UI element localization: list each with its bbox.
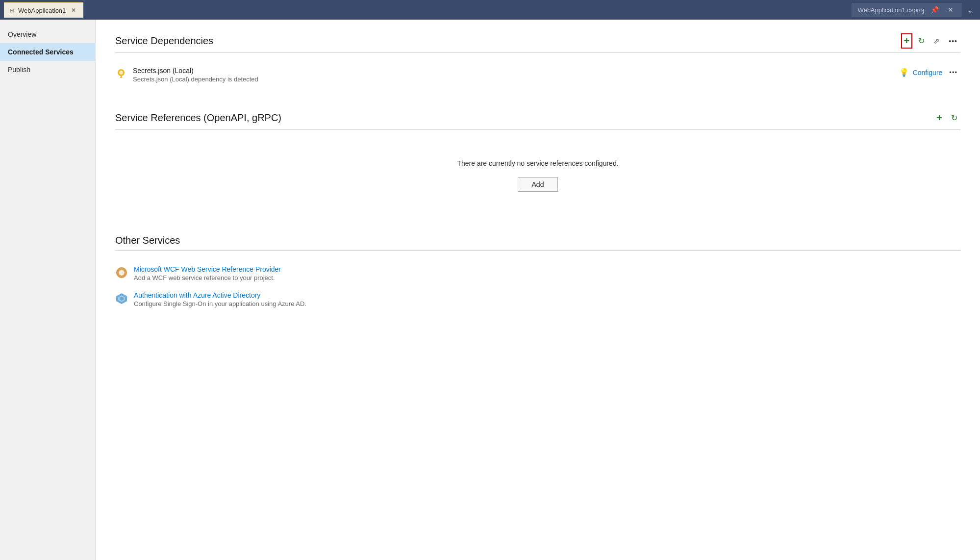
add-dependency-button[interactable]: +: [901, 33, 913, 49]
project-close-icon[interactable]: ✕: [945, 5, 956, 15]
other-services-title: Other Services: [115, 235, 180, 246]
service-dependencies-section: Service Dependencies + ↻ ⇗ •••: [115, 33, 960, 87]
add-dependency-icon: +: [904, 35, 910, 47]
sidebar-connected-label: Connected Services: [8, 48, 74, 56]
wcf-name[interactable]: Microsoft WCF Web Service Reference Prov…: [134, 265, 281, 273]
refresh-dependencies-button[interactable]: ↻: [915, 34, 928, 48]
aad-description: Configure Single Sign-On in your applica…: [134, 300, 306, 307]
wcf-icon: [115, 266, 128, 279]
add-reference-icon: +: [936, 112, 942, 124]
service-dependencies-header: Service Dependencies + ↻ ⇗ •••: [115, 33, 960, 53]
sidebar-item-publish[interactable]: Publish: [0, 61, 95, 78]
more-dependencies-icon: •••: [949, 37, 957, 45]
refresh-dependencies-icon: ↻: [918, 36, 925, 46]
tab-close-button[interactable]: ✕: [70, 6, 77, 14]
configure-link[interactable]: Configure: [913, 69, 943, 76]
sidebar: Overview Connected Services Publish: [0, 20, 96, 560]
empty-references-text: There are currently no service reference…: [115, 159, 960, 167]
other-services-section: Other Services Microsoft WCF Web Service…: [115, 235, 960, 312]
title-bar-right: WebApplication1.csproj 📌 ✕ ⌄: [852, 3, 980, 17]
aad-service-item: Authentication with Azure Active Directo…: [115, 286, 960, 312]
dependency-icon: [115, 68, 127, 79]
service-references-header: Service References (OpenAPI, gRPC) + ↻: [115, 110, 960, 130]
service-references-actions: + ↻: [933, 110, 960, 126]
link-dependencies-icon: ⇗: [933, 37, 940, 46]
tab-item[interactable]: ⊞ WebApplication1 ✕: [4, 2, 83, 18]
title-bar-left: ⊞ WebApplication1 ✕: [4, 2, 83, 18]
project-title-bar: WebApplication1.csproj 📌 ✕: [852, 3, 962, 17]
sidebar-publish-label: Publish: [8, 66, 30, 74]
project-pin-icon[interactable]: 📌: [928, 5, 941, 15]
title-bar: ⊞ WebApplication1 ✕ WebApplication1.cspr…: [0, 0, 980, 20]
aad-icon: [115, 292, 128, 305]
svg-rect-3: [120, 77, 122, 78]
secrets-icon: [115, 68, 127, 79]
dependency-info: Secrets.json (Local) Secrets.json (Local…: [133, 67, 893, 83]
other-services-header: Other Services: [115, 235, 960, 251]
aad-service-icon: [115, 292, 128, 305]
sidebar-item-connected-services[interactable]: Connected Services: [0, 43, 95, 61]
dependency-item-actions: 💡 Configure •••: [899, 67, 960, 78]
service-dependencies-actions: + ↻ ⇗ •••: [901, 33, 960, 49]
service-references-section: Service References (OpenAPI, gRPC) + ↻ T…: [115, 110, 960, 211]
tab-label: WebApplication1: [18, 7, 66, 14]
aad-info: Authentication with Azure Active Directo…: [134, 291, 306, 307]
tab-pin-icon: ⊞: [10, 7, 14, 14]
wcf-description: Add a WCF web service reference to your …: [134, 274, 281, 281]
service-references-empty: There are currently no service reference…: [115, 140, 960, 211]
link-dependencies-button[interactable]: ⇗: [930, 35, 943, 48]
dropdown-button[interactable]: ⌄: [964, 4, 976, 16]
sidebar-item-overview[interactable]: Overview: [0, 25, 95, 43]
dependency-more-icon: •••: [949, 69, 957, 76]
more-dependencies-button[interactable]: •••: [946, 35, 960, 47]
aad-name[interactable]: Authentication with Azure Active Directo…: [134, 291, 306, 299]
content-area: Service Dependencies + ↻ ⇗ •••: [96, 20, 980, 560]
add-reference-empty-button[interactable]: Add: [518, 177, 558, 192]
configure-bulb-icon: 💡: [899, 68, 909, 77]
wcf-info: Microsoft WCF Web Service Reference Prov…: [134, 265, 281, 281]
configure-link-label: Configure: [913, 69, 943, 76]
dependency-more-button[interactable]: •••: [946, 67, 960, 78]
dependency-description: Secrets.json (Local) dependency is detec…: [133, 76, 893, 83]
wcf-service-icon: [115, 266, 128, 279]
refresh-references-button[interactable]: ↻: [948, 111, 960, 125]
dependency-item: Secrets.json (Local) Secrets.json (Local…: [115, 63, 960, 87]
service-dependencies-title: Service Dependencies: [115, 35, 213, 47]
svg-point-1: [119, 71, 123, 75]
project-title-label: WebApplication1.csproj: [857, 6, 924, 14]
add-reference-button[interactable]: +: [933, 110, 945, 126]
sidebar-overview-label: Overview: [8, 30, 36, 38]
dependency-name: Secrets.json (Local): [133, 67, 893, 75]
main-layout: Overview Connected Services Publish Serv…: [0, 20, 980, 560]
refresh-references-icon: ↻: [951, 113, 957, 123]
wcf-service-item: Microsoft WCF Web Service Reference Prov…: [115, 260, 960, 286]
service-references-title: Service References (OpenAPI, gRPC): [115, 112, 281, 124]
